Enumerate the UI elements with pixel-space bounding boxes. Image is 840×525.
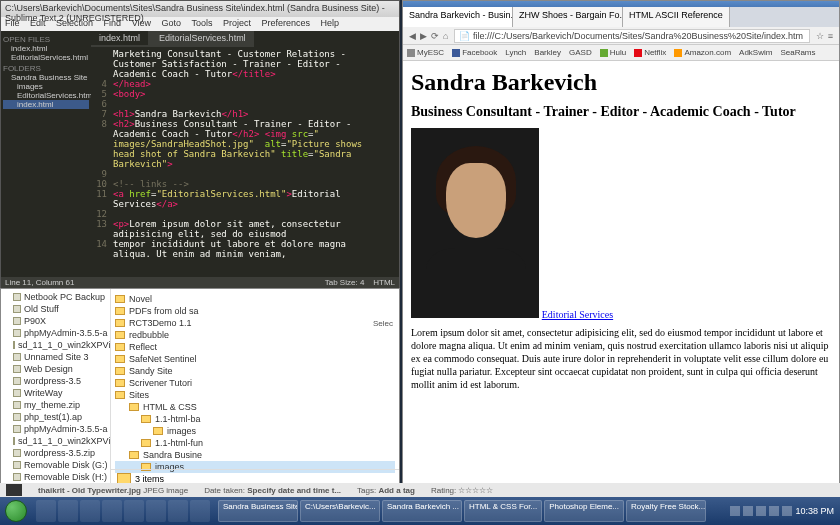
menu-edit[interactable]: Edit (30, 18, 46, 28)
menu-project[interactable]: Project (223, 18, 251, 28)
bookmark-barkley[interactable]: Barkley (534, 48, 561, 57)
nav-item[interactable]: Old Stuff (3, 303, 108, 315)
tab-size[interactable]: Tab Size: 4 (325, 278, 365, 287)
forward-icon[interactable]: ▶ (420, 31, 427, 41)
task-button[interactable]: C:\Users\Barkevic... (300, 500, 380, 522)
folder-icon (129, 451, 139, 459)
bookmark-hulu[interactable]: Hulu (600, 48, 626, 57)
menu-help[interactable]: Help (320, 18, 339, 28)
project-folder[interactable]: Sandra Business Site (3, 73, 89, 82)
pinned-app-icon[interactable] (168, 500, 188, 522)
pinned-app-icon[interactable] (146, 500, 166, 522)
bookmark-myesc[interactable]: MyESC (407, 48, 444, 57)
nav-item[interactable]: Netbook PC Backup (3, 291, 108, 303)
bookmark-star-icon[interactable]: ☆ (816, 31, 824, 41)
pinned-ie-icon[interactable] (36, 500, 56, 522)
pinned-app-icon[interactable] (80, 500, 100, 522)
taskbar-tasks: Sandra Business Site C:\Users\Barkevic..… (214, 500, 724, 522)
pinned-app-icon[interactable] (124, 500, 144, 522)
list-item[interactable]: redbubble (115, 329, 395, 341)
file-index[interactable]: index.html (3, 100, 89, 109)
home-icon[interactable]: ⌂ (443, 31, 448, 41)
open-file-index[interactable]: index.html (3, 44, 89, 53)
nav-item[interactable]: Web Design (3, 363, 108, 375)
nav-item[interactable]: wordpress-3.5 (3, 375, 108, 387)
task-button[interactable]: HTML & CSS For... (464, 500, 542, 522)
list-item[interactable]: 1.1-html-fun (115, 437, 395, 449)
menu-icon[interactable]: ≡ (828, 31, 833, 41)
menu-tools[interactable]: Tools (191, 18, 212, 28)
folder-icon (115, 295, 125, 303)
images-folder[interactable]: images (3, 82, 89, 91)
pinned-explorer-icon[interactable] (58, 500, 78, 522)
nav-item[interactable]: Removable Disk (G:) (3, 459, 108, 471)
menu-preferences[interactable]: Preferences (261, 18, 310, 28)
bookmark-amazon[interactable]: Amazon.com (674, 48, 731, 57)
list-item[interactable]: images (115, 425, 395, 437)
bookmark-netflix[interactable]: Netflix (634, 48, 666, 57)
menu-view[interactable]: View (132, 18, 151, 28)
list-item[interactable]: Sites (115, 389, 395, 401)
menu-selection[interactable]: Selection (56, 18, 93, 28)
nav-item[interactable]: phpMyAdmin-3.5.5-a (3, 327, 108, 339)
bookmark-gasd[interactable]: GASD (569, 48, 592, 57)
task-button[interactable]: Royalty Free Stock... (626, 500, 706, 522)
pinned-app-icon[interactable] (190, 500, 210, 522)
browser-tab-sandra[interactable]: Sandra Barkevich - Busin... (403, 7, 513, 27)
editor-code-area[interactable]: Marketing Consultant - Customer Relation… (91, 47, 399, 277)
task-button[interactable]: Sandra Barkevich ... (382, 500, 462, 522)
tray-icon[interactable] (743, 506, 753, 516)
list-item[interactable]: PDFs from old sa (115, 305, 395, 317)
menu-find[interactable]: Find (104, 18, 122, 28)
list-item[interactable]: Novel (115, 293, 395, 305)
volume-tray-icon[interactable] (782, 506, 792, 516)
list-item[interactable]: Scrivener Tutori (115, 377, 395, 389)
nav-item[interactable]: WriteWay (3, 387, 108, 399)
menu-file[interactable]: File (5, 18, 20, 28)
nav-item[interactable]: Unnamed Site 3 (3, 351, 108, 363)
clock[interactable]: 10:38 PM (795, 506, 834, 516)
syntax-mode[interactable]: HTML (373, 278, 395, 287)
browser-tab-zhw[interactable]: ZHW Shoes - Bargain Fo... (513, 7, 623, 27)
list-item[interactable]: 1.1-html-ba (115, 413, 395, 425)
menu-goto[interactable]: Goto (162, 18, 182, 28)
bookmark-lynch[interactable]: Lynch (505, 48, 526, 57)
nav-item[interactable]: php_test(1).ap (3, 411, 108, 423)
task-button[interactable]: Photoshop Eleme... (544, 500, 624, 522)
tab-index[interactable]: index.html (91, 31, 148, 45)
list-item[interactable]: Reflect (115, 341, 395, 353)
reload-icon[interactable]: ⟳ (431, 31, 439, 41)
list-item[interactable]: HTML & CSS (115, 401, 395, 413)
bookmark-adkswim[interactable]: AdkSwim (739, 48, 772, 57)
nav-item[interactable]: sd_11_1_0_win2kXPVis (3, 435, 108, 447)
nav-item[interactable]: phpMyAdmin-3.5.5-a (3, 423, 108, 435)
list-item[interactable]: SafeNet Sentinel (115, 353, 395, 365)
list-item[interactable]: Sandy Site (115, 365, 395, 377)
back-icon[interactable]: ◀ (409, 31, 416, 41)
start-button[interactable] (0, 497, 32, 525)
folder-icon (13, 341, 15, 349)
editor-titlebar[interactable]: C:\Users\Barkevich\Documents\Sites\Sandr… (1, 1, 399, 17)
browser-tab-html-ascii[interactable]: HTML ASCII Reference (623, 7, 730, 27)
folder-icon (13, 305, 21, 313)
pinned-app-icon[interactable] (102, 500, 122, 522)
editorial-services-link[interactable]: Editorial Services (542, 309, 613, 320)
list-item[interactable]: RCT3Demo 1.1 (115, 317, 395, 329)
nav-item[interactable]: P90X (3, 315, 108, 327)
file-editorial[interactable]: EditorialServices.html (3, 91, 89, 100)
network-tray-icon[interactable] (769, 506, 779, 516)
list-item[interactable]: Sandra Busine (115, 449, 395, 461)
nav-item[interactable]: sd_11_1_0_win2kXPVis (3, 339, 108, 351)
bookmark-searams[interactable]: SeaRams (780, 48, 815, 57)
open-file-editorial[interactable]: EditorialServices.html (3, 53, 89, 62)
editor-menubar[interactable]: File Edit Selection Find View Goto Tools… (1, 17, 399, 31)
tray-icon[interactable] (756, 506, 766, 516)
nav-item[interactable]: my_theme.zip (3, 399, 108, 411)
bookmark-facebook[interactable]: Facebook (452, 48, 497, 57)
tray-icon[interactable] (730, 506, 740, 516)
nav-item[interactable]: wordpress-3.5.zip (3, 447, 108, 459)
task-button[interactable]: Sandra Business Site (218, 500, 298, 522)
tab-editorial[interactable]: EditorialServices.html (151, 31, 254, 45)
url-input[interactable]: 📄 file:///C:/Users/Barkevich/Documents/S… (454, 29, 809, 43)
nav-item[interactable]: Removable Disk (H:) (3, 471, 108, 483)
